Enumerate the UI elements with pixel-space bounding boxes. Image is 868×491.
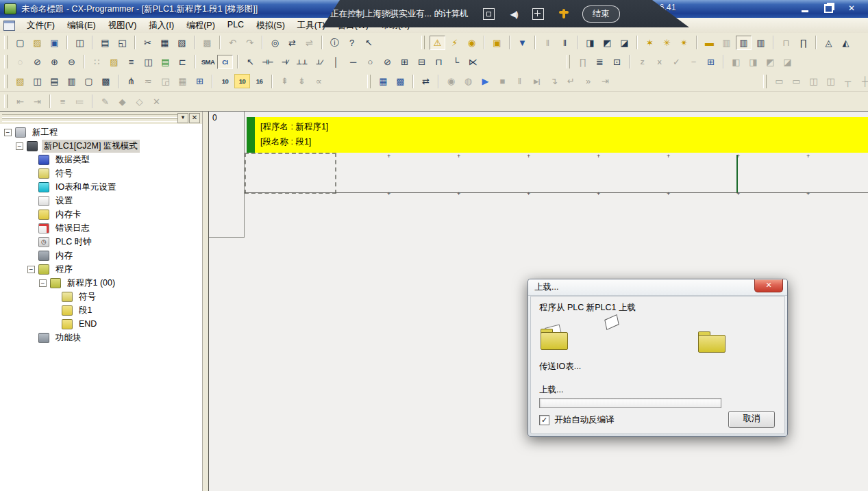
monitor-button[interactable]: ◉	[464, 36, 480, 50]
cross-reference-button[interactable]: ⋔	[123, 74, 139, 88]
minimize-button[interactable]	[798, 3, 812, 14]
tree-item-symbols[interactable]: 符号	[0, 166, 202, 180]
tree-item-new-plc1[interactable]: −新PLC1[CJ2M] 监视模式	[0, 139, 202, 153]
properties-button[interactable]: ▩	[98, 74, 114, 88]
tree-expander-icon[interactable]: −	[27, 266, 35, 273]
pane-options-button[interactable]: ▾	[177, 113, 188, 123]
auto-decompile-checkbox[interactable]: ✓	[539, 415, 549, 425]
simulator-online-button[interactable]: ▦	[375, 74, 391, 88]
new-closed-contact-button[interactable]: ⊣∕	[277, 55, 293, 69]
ladder-color-button[interactable]: ▤	[158, 55, 173, 69]
tree-expander-icon[interactable]: −	[39, 279, 47, 287]
cut-button[interactable]: ✂	[140, 36, 156, 50]
pause-monitoring-button[interactable]: ▣	[489, 36, 505, 50]
view-settings-button[interactable]: ▢	[81, 74, 97, 88]
rung-comment-list-button[interactable]: ≡	[123, 55, 139, 69]
simulator-transfer-button[interactable]: ⇄	[418, 74, 434, 88]
context-help-button[interactable]: ↖	[361, 36, 377, 50]
new-horizontal-button[interactable]: ─	[345, 55, 361, 69]
tree-item-function-blocks[interactable]: 功能块	[0, 331, 202, 344]
tree-item-new-project[interactable]: −新工程	[0, 125, 202, 139]
show-ci-button[interactable]: CI	[217, 55, 233, 69]
new-or-contact-button[interactable]: ⊥⊥	[294, 55, 310, 69]
dialog-close-button[interactable]: ✕	[754, 279, 783, 292]
invert-element-button[interactable]: ⋉	[465, 55, 481, 69]
cancel-button[interactable]: 取消	[728, 411, 775, 428]
zoom-in-button[interactable]: ⊕	[47, 55, 62, 69]
new-window-icon[interactable]	[532, 8, 544, 20]
tool-icon[interactable]	[559, 9, 569, 18]
child-window-icon[interactable]	[3, 21, 15, 31]
work-online-button[interactable]: ⚠	[430, 36, 445, 50]
menu-item-insert[interactable]: 插入(I)	[142, 18, 180, 34]
monitor-in-rung-button[interactable]: ◫	[140, 55, 156, 69]
tree-item-settings[interactable]: 设置	[0, 194, 202, 207]
print-button[interactable]: ▤	[97, 36, 113, 50]
operating-mode-button[interactable]: ▼	[514, 36, 530, 50]
select-tool-button[interactable]: ↖	[243, 55, 258, 69]
tree-item-new-program1[interactable]: −新程序1 (00)	[0, 276, 202, 290]
upload-from-plc-button[interactable]: ◩	[599, 36, 615, 50]
differential-monitor-button[interactable]: ▬	[702, 36, 717, 50]
simulator-online-2-button[interactable]: ▩	[393, 74, 408, 88]
display-decimal-button[interactable]: 10	[217, 74, 233, 88]
copy-button[interactable]: ▦	[157, 36, 173, 50]
force-off-button[interactable]: ✳	[659, 36, 675, 50]
print-preview-button[interactable]: ◱	[114, 36, 130, 50]
tree-item-memory[interactable]: 内存	[0, 249, 202, 262]
online-edit-send-button[interactable]: ◬	[821, 36, 836, 50]
sim-run-button[interactable]: ▶	[478, 74, 493, 88]
close-button[interactable]: ✕	[845, 3, 858, 14]
fullscreen-icon[interactable]	[483, 8, 495, 20]
show-sma-button[interactable]: SMA	[200, 55, 216, 69]
tree-expander-icon[interactable]: −	[16, 142, 23, 150]
open-file-button[interactable]: ▨	[29, 36, 45, 50]
restore-button[interactable]	[821, 3, 835, 14]
new-instruction-button[interactable]: ⊞	[397, 55, 412, 69]
pause-2-button[interactable]: ‖	[557, 36, 573, 50]
tree-item-program-symbols[interactable]: 符号	[0, 290, 202, 303]
paste-button[interactable]: ▧	[174, 36, 190, 50]
download-to-plc-button[interactable]: ◨	[582, 36, 598, 50]
symbol-table-view-button[interactable]: ⊞	[703, 55, 719, 69]
menu-item-edit[interactable]: 编辑(E)	[61, 18, 102, 34]
symbol-comment-button[interactable]: ▨	[106, 55, 122, 69]
force-on-button[interactable]: ✶	[642, 36, 658, 50]
tree-item-programs[interactable]: −程序	[0, 262, 202, 276]
immediate-refresh-button[interactable]: ≣	[592, 55, 608, 69]
menu-item-program[interactable]: 编程(P)	[180, 18, 221, 34]
section-comment-banner[interactable]: [程序名 : 新程序1] [段名称 : 段1]	[247, 117, 868, 153]
corner-down-button[interactable]: └	[448, 55, 464, 69]
ladder-cursor-cell[interactable]	[245, 153, 336, 194]
tree-item-io-table-unit-setup[interactable]: IO表和单元设置	[0, 180, 202, 194]
menu-item-plc[interactable]: PLC	[221, 18, 250, 34]
tree-item-memory-card[interactable]: 内存卡	[0, 207, 202, 221]
tree-item-plc-clock[interactable]: ◷PLC 时钟	[0, 235, 202, 249]
menu-item-simulation[interactable]: 模拟(S)	[250, 18, 291, 34]
new-or-closed-contact-button[interactable]: ⊥∕	[311, 55, 327, 69]
new-pid-box-button[interactable]: ⊟	[414, 55, 430, 69]
address-filter-button[interactable]: ⊡	[609, 55, 625, 69]
online-edit-cancel-button[interactable]: ◭	[838, 36, 854, 50]
new-file-button[interactable]: ▢	[12, 36, 28, 50]
end-session-button[interactable]: 结束	[582, 5, 620, 23]
tree-item-error-log[interactable]: 错误日志	[0, 221, 202, 235]
compile-program-button[interactable]: ◫	[72, 36, 88, 50]
wrap-rungs-button[interactable]: ⊏	[175, 55, 190, 69]
pane-close-button[interactable]: ✕	[189, 113, 200, 123]
speaker-icon[interactable]: ◀)	[510, 9, 517, 19]
display-signed-decimal-button[interactable]: 10	[234, 74, 250, 88]
new-contact-button[interactable]: ⊣⊢	[260, 55, 275, 69]
memory-view-button[interactable]: ⊞	[192, 74, 208, 88]
info-button[interactable]: ⓘ	[327, 36, 343, 50]
menu-item-file[interactable]: 文件(F)	[21, 18, 61, 34]
data-trace-button[interactable]: ▥	[736, 36, 752, 50]
new-coil-button[interactable]: ○	[362, 55, 378, 69]
tree-expander-icon[interactable]: −	[4, 129, 12, 136]
panel-splitter[interactable]	[203, 112, 209, 491]
view-mnemonic-button[interactable]: ◫	[29, 74, 45, 88]
force-cancel-button[interactable]: ✴	[676, 36, 692, 50]
tree-item-section-end[interactable]: END	[0, 317, 202, 331]
view-diagram-button[interactable]: ▧	[12, 74, 28, 88]
menu-item-view[interactable]: 视图(V)	[102, 18, 143, 34]
